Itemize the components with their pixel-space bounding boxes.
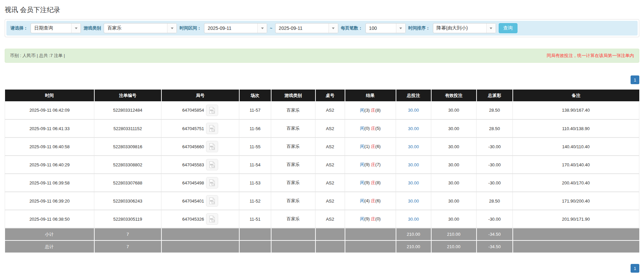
header-total-bet: 总投注 <box>396 90 431 101</box>
video-replay-button[interactable] <box>206 159 218 170</box>
round-cell: 647045326 <box>161 210 239 228</box>
result-cell: 闲(4) 庄(6) <box>345 192 396 210</box>
subtotal-total-bet: 210.00 <box>396 228 431 240</box>
result-cell: 闲(0) 庄(5) <box>345 119 396 138</box>
video-replay-button[interactable] <box>206 141 218 152</box>
total-bet-link[interactable]: 30.00 <box>408 144 419 149</box>
time-range-label: 时间区间： <box>180 25 201 31</box>
game-type-select[interactable]: 百家乐 <box>104 23 177 33</box>
bet-id: 522803305119 <box>94 210 161 228</box>
header-time: 时间 <box>5 90 94 101</box>
video-replay-button[interactable] <box>206 123 218 134</box>
game-type: 百家乐 <box>271 138 315 156</box>
total-bet-link[interactable]: 30.00 <box>408 108 419 113</box>
game-type-label: 游戏类别 <box>84 25 101 31</box>
valid-bet-note-text: 同局有效投注，统一计算在该局第一张注单内 <box>547 53 634 59</box>
page-size-label: 每页笔数： <box>341 25 363 31</box>
video-replay-button[interactable] <box>206 105 218 116</box>
records-table: 时间 注单编号 局号 场次 游戏类别 桌号 结果 总投注 有效投注 总派彩 备注… <box>5 90 639 253</box>
valid-bet: 30.00 <box>431 101 477 119</box>
total-bet-cell: 30.00 <box>396 101 431 119</box>
payout: -30.00 <box>477 156 513 174</box>
page-size-select[interactable]: 100 <box>365 23 406 33</box>
total-bet-cell: 30.00 <box>396 138 431 156</box>
bet-time: 2025-09-11 06:38:50 <box>5 210 94 228</box>
date-to-select[interactable]: 2025-09-11 <box>275 23 338 33</box>
video-file-icon <box>209 197 215 205</box>
payout: 28.50 <box>477 101 513 119</box>
page-title: 视讯 会员下注纪录 <box>5 0 639 19</box>
result-banker-score: (0) <box>375 216 381 221</box>
chevron-down-icon <box>486 23 496 33</box>
game-type: 百家乐 <box>271 156 315 174</box>
result-cell: 闲(9) 庄(0) <box>345 210 396 228</box>
video-replay-button[interactable] <box>206 177 218 188</box>
search-button[interactable]: 查询 <box>499 23 517 33</box>
result-banker-score: (6) <box>375 198 381 203</box>
total-bet-cell: 30.00 <box>396 210 431 228</box>
result-player: 闲 <box>360 126 364 131</box>
query-type-select[interactable]: 日期查询 <box>31 23 81 33</box>
chevron-down-icon <box>167 23 177 33</box>
result-player-score: (9) <box>364 216 370 221</box>
valid-bet: 30.00 <box>431 156 477 174</box>
total-bet-cell: 30.00 <box>396 119 431 138</box>
subtotal-valid-bet: 210.00 <box>431 228 477 240</box>
valid-bet: 30.00 <box>431 138 477 156</box>
total-count: 7 <box>94 240 161 253</box>
video-replay-button[interactable] <box>206 213 218 225</box>
total-valid-bet: 210.00 <box>431 240 477 253</box>
game-type: 百家乐 <box>271 174 315 192</box>
video-file-icon <box>209 143 215 150</box>
remark: 170.40/140.40 <box>513 156 639 174</box>
result-banker: 庄 <box>371 108 375 113</box>
header-session: 场次 <box>239 90 271 101</box>
round-cell: 647045751 <box>161 119 239 138</box>
bet-time: 2025-09-11 06:42:09 <box>5 101 94 119</box>
result-player-score: (0) <box>364 126 370 131</box>
session-number: 11-56 <box>239 119 271 138</box>
chevron-down-icon <box>257 23 267 33</box>
result-banker-score: (8) <box>375 180 381 185</box>
date-to-value: 2025-09-11 <box>276 23 329 33</box>
total-bet-link[interactable]: 30.00 <box>408 199 419 204</box>
header-remark: 备注 <box>513 90 639 101</box>
total-bet-link[interactable]: 30.00 <box>408 162 419 167</box>
time-sort-select[interactable]: 降幂(由大到小) <box>433 23 496 33</box>
page-1-button[interactable]: 1 <box>631 75 639 84</box>
total-bet-link[interactable]: 30.00 <box>408 126 419 131</box>
total-bet-cell: 30.00 <box>396 156 431 174</box>
table-body: 2025-09-11 06:42:09 522803312484 6470458… <box>5 101 639 228</box>
table-number: AS2 <box>315 174 345 192</box>
total-label: 总计 <box>5 240 94 253</box>
table-row: 2025-09-11 06:39:58 522803307688 6470454… <box>5 174 639 192</box>
result-player: 闲 <box>360 216 364 221</box>
page-root: 视讯 会员下注纪录 请选择： 日期查询 游戏类别 百家乐 时间区间： 2025-… <box>0 0 644 273</box>
table-number: AS2 <box>315 192 345 210</box>
table-row: 2025-09-11 06:40:29 522803308802 6470455… <box>5 156 639 174</box>
remark: 171.90/200.40 <box>513 192 639 210</box>
valid-bet: 30.00 <box>431 210 477 228</box>
video-replay-button[interactable] <box>206 195 218 207</box>
table-number: AS2 <box>315 138 345 156</box>
header-payout: 总派彩 <box>477 90 513 101</box>
result-cell: 闲(3) 庄(8) <box>345 101 396 119</box>
date-from-select[interactable]: 2025-09-11 <box>204 23 267 33</box>
round-number: 647045751 <box>182 126 204 131</box>
table-number: AS2 <box>315 156 345 174</box>
page-1-button[interactable]: 1 <box>631 264 639 273</box>
valid-bet: 30.00 <box>431 119 477 138</box>
valid-bet: 30.00 <box>431 192 477 210</box>
round-number: 647045326 <box>182 217 204 222</box>
header-table-no: 桌号 <box>315 90 345 101</box>
video-file-icon <box>209 125 215 132</box>
bet-time: 2025-09-11 06:39:58 <box>5 174 94 192</box>
game-type: 百家乐 <box>271 210 315 228</box>
remark: 140.40/110.40 <box>513 138 639 156</box>
session-number: 11-57 <box>239 101 271 119</box>
table-number: AS2 <box>315 101 345 119</box>
total-bet-link[interactable]: 30.00 <box>408 217 419 222</box>
session-number: 11-51 <box>239 210 271 228</box>
session-number: 11-55 <box>239 138 271 156</box>
total-bet-link[interactable]: 30.00 <box>408 180 419 185</box>
